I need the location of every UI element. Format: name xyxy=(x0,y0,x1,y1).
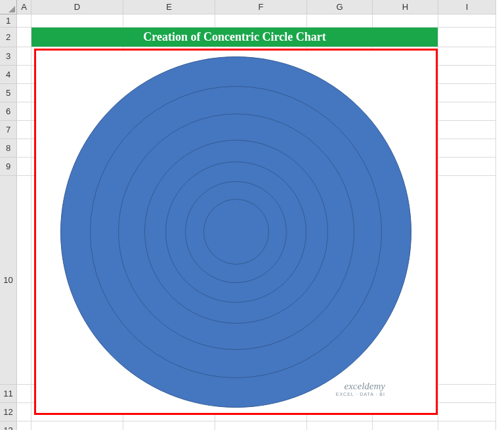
cell[interactable] xyxy=(438,403,496,421)
cell[interactable] xyxy=(17,28,32,47)
cell[interactable] xyxy=(215,14,307,28)
row-header-4[interactable]: 4 xyxy=(0,66,17,84)
row-header-3[interactable]: 3 xyxy=(0,47,17,66)
col-header-I[interactable]: I xyxy=(438,0,496,14)
cell[interactable] xyxy=(438,121,496,139)
cell[interactable] xyxy=(17,176,32,385)
cell[interactable] xyxy=(438,176,496,385)
cell[interactable] xyxy=(438,84,496,102)
chart-object[interactable]: exceldemy EXCEL · DATA · BI xyxy=(34,49,438,415)
select-all-corner[interactable] xyxy=(0,0,17,14)
watermark-sub: EXCEL · DATA · BI xyxy=(336,392,385,397)
cell[interactable] xyxy=(17,84,32,102)
concentric-ring-7[interactable] xyxy=(203,199,269,265)
cell[interactable] xyxy=(17,158,32,176)
cell[interactable] xyxy=(17,121,32,139)
col-header-D[interactable]: D xyxy=(32,0,123,14)
watermark-text: exceldemy xyxy=(345,381,385,391)
cell[interactable] xyxy=(438,385,496,403)
cell[interactable] xyxy=(438,66,496,84)
cell[interactable] xyxy=(307,14,373,28)
cell[interactable] xyxy=(373,14,438,28)
watermark: exceldemy EXCEL · DATA · BI xyxy=(336,381,385,397)
cell[interactable] xyxy=(32,421,123,430)
cell[interactable] xyxy=(123,421,215,430)
row-header-10[interactable]: 10 xyxy=(0,176,17,385)
row-header-6[interactable]: 6 xyxy=(0,102,17,121)
row-header-5[interactable]: 5 xyxy=(0,84,17,102)
row-header-8[interactable]: 8 xyxy=(0,139,17,158)
chart-plot-area[interactable] xyxy=(36,51,436,413)
cell[interactable] xyxy=(438,28,496,47)
cell[interactable] xyxy=(17,102,32,121)
row-header-11[interactable]: 11 xyxy=(0,385,17,403)
cell[interactable] xyxy=(438,158,496,176)
row-header-7[interactable]: 7 xyxy=(0,121,17,139)
row-header-13[interactable]: 13 xyxy=(0,421,17,430)
row-header-9[interactable]: 9 xyxy=(0,158,17,176)
cell[interactable] xyxy=(17,47,32,66)
cell[interactable] xyxy=(438,102,496,121)
cell[interactable] xyxy=(17,66,32,84)
row-header-1[interactable]: 1 xyxy=(0,14,17,28)
col-header-E[interactable]: E xyxy=(123,0,215,14)
cell[interactable] xyxy=(438,421,496,430)
col-header-F[interactable]: F xyxy=(215,0,307,14)
cell[interactable] xyxy=(123,14,215,28)
cell[interactable] xyxy=(17,14,32,28)
cell[interactable] xyxy=(17,403,32,421)
title-merged-cell[interactable]: Creation of Concentric Circle Chart xyxy=(32,28,438,47)
cell[interactable] xyxy=(438,14,496,28)
row-header-12[interactable]: 12 xyxy=(0,403,17,421)
cell[interactable] xyxy=(438,139,496,158)
col-header-A[interactable]: A xyxy=(17,0,32,14)
cell[interactable] xyxy=(373,421,438,430)
cell[interactable] xyxy=(17,421,32,430)
cell[interactable] xyxy=(17,139,32,158)
cell[interactable] xyxy=(215,421,307,430)
col-header-H[interactable]: H xyxy=(373,0,438,14)
cell[interactable] xyxy=(32,14,123,28)
col-header-G[interactable]: G xyxy=(307,0,373,14)
cell[interactable] xyxy=(307,421,373,430)
row-header-2[interactable]: 2 xyxy=(0,28,17,47)
cell[interactable] xyxy=(438,47,496,66)
cell[interactable] xyxy=(17,385,32,403)
